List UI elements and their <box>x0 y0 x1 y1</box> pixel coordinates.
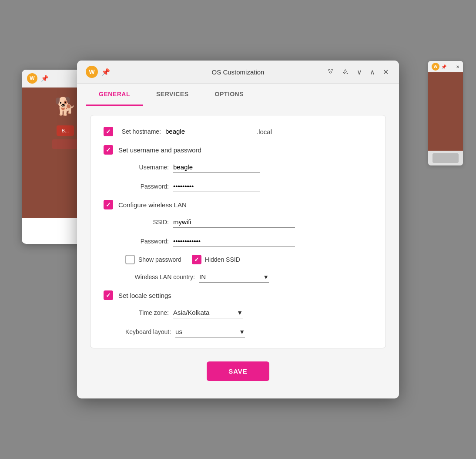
timezone-value: Asia/Kolkata <box>173 309 233 316</box>
password-input[interactable] <box>173 181 260 192</box>
wifi-country-row: Wireless LAN country: IN ▼ <box>125 271 372 283</box>
hostname-suffix: .local <box>257 128 272 135</box>
password-row: Password: <box>125 181 372 192</box>
bg-button: B... <box>57 125 74 136</box>
dog-icon: 🐕 <box>54 96 76 117</box>
wifi-password-row: Password: <box>125 236 372 247</box>
settings-card: Set hostname: .local Set username and pa… <box>90 115 386 348</box>
timezone-row: Time zone: Asia/Kolkata ▼ <box>125 307 372 318</box>
wifi-section-header: Configure wireless LAN <box>104 200 372 209</box>
keyboard-dropdown[interactable]: us ▼ <box>175 326 245 338</box>
wifi-password-label: Password: <box>125 238 169 245</box>
bg-window-right-pin: 📌 <box>441 64 446 69</box>
save-button[interactable]: SAVE <box>207 361 269 381</box>
app-logo: W <box>86 66 98 78</box>
wifi-password-input[interactable] <box>173 236 295 247</box>
keyboard-arrow-icon: ▼ <box>239 328 245 335</box>
keyboard-row: Keyboard layout: us ▼ <box>125 326 372 338</box>
hidden-ssid-label: Hidden SSID <box>205 256 240 263</box>
hidden-ssid-checkbox[interactable] <box>192 255 201 264</box>
tab-services[interactable]: SERVICES <box>143 84 202 106</box>
title-bar: W 📌 OS Customization ⩔ ⩓ ∨ ∧ ✕ <box>77 61 399 84</box>
bg-window-right-logo: W <box>432 63 439 71</box>
double-down-icon[interactable]: ⩔ <box>325 67 336 77</box>
timezone-arrow-icon: ▼ <box>237 309 243 316</box>
locale-label: Set locale settings <box>118 292 171 299</box>
credentials-section-header: Set username and password <box>104 145 372 155</box>
bg-window-right-close[interactable]: ✕ <box>456 64 459 69</box>
wifi-country-arrow-icon: ▼ <box>263 273 269 280</box>
close-icon[interactable]: ✕ <box>381 67 390 77</box>
wifi-country-dropdown[interactable]: IN ▼ <box>199 271 269 283</box>
ssid-input[interactable] <box>173 216 295 228</box>
show-password-pair: Show password <box>125 255 181 264</box>
credentials-label: Set username and password <box>118 146 201 154</box>
background-window-right: W 📌 ✕ <box>428 61 463 165</box>
hostname-row: Set hostname: .local <box>104 126 372 137</box>
username-row: Username: <box>125 162 372 173</box>
wifi-country-value: IN <box>199 273 259 280</box>
content-area: Set hostname: .local Set username and pa… <box>77 106 399 398</box>
locale-section-header: Set locale settings <box>104 290 372 300</box>
wifi-options-row: Show password Hidden SSID <box>125 255 372 264</box>
minimize-icon[interactable]: ∨ <box>355 67 364 77</box>
hidden-ssid-pair: Hidden SSID <box>192 255 240 264</box>
locale-checkbox[interactable] <box>104 290 113 300</box>
bg-window-logo: W <box>27 73 37 84</box>
window-title: OS Customization <box>212 68 265 76</box>
window-controls: ⩔ ⩓ ∨ ∧ ✕ <box>325 67 390 77</box>
show-password-checkbox[interactable] <box>125 255 135 264</box>
bg-window-pin-icon: 📌 <box>41 75 48 82</box>
timezone-dropdown[interactable]: Asia/Kolkata ▼ <box>173 307 243 318</box>
credentials-checkbox[interactable] <box>104 145 113 155</box>
bg-gray-btn <box>432 153 459 163</box>
pin-icon: 📌 <box>101 68 110 76</box>
show-password-label: Show password <box>138 256 181 263</box>
double-up-icon[interactable]: ⩓ <box>340 67 351 77</box>
wifi-country-label: Wireless LAN country: <box>125 273 195 280</box>
maximize-icon[interactable]: ∧ <box>368 67 377 77</box>
wifi-checkbox[interactable] <box>104 200 113 209</box>
timezone-label: Time zone: <box>125 309 169 316</box>
ssid-label: SSID: <box>125 219 169 226</box>
hostname-label: Set hostname: <box>117 128 161 135</box>
ssid-row: SSID: <box>125 216 372 228</box>
bg-window-right-title: W 📌 ✕ <box>428 61 463 72</box>
bg-window-right-body <box>428 72 463 151</box>
main-window: W 📌 OS Customization ⩔ ⩓ ∨ ∧ ✕ GENERAL S… <box>77 61 399 398</box>
tab-general[interactable]: GENERAL <box>86 84 143 106</box>
username-label: Username: <box>125 164 169 171</box>
tab-options[interactable]: OPTIONS <box>202 84 257 106</box>
password-label: Password: <box>125 183 169 190</box>
save-section: SAVE <box>90 357 386 390</box>
wifi-label: Configure wireless LAN <box>118 201 187 209</box>
hostname-checkbox[interactable] <box>104 127 113 136</box>
keyboard-label: Keyboard layout: <box>125 328 171 335</box>
tab-bar: GENERAL SERVICES OPTIONS <box>77 84 399 106</box>
username-input[interactable] <box>173 162 260 173</box>
keyboard-value: us <box>175 328 235 335</box>
hostname-input[interactable] <box>165 126 252 137</box>
